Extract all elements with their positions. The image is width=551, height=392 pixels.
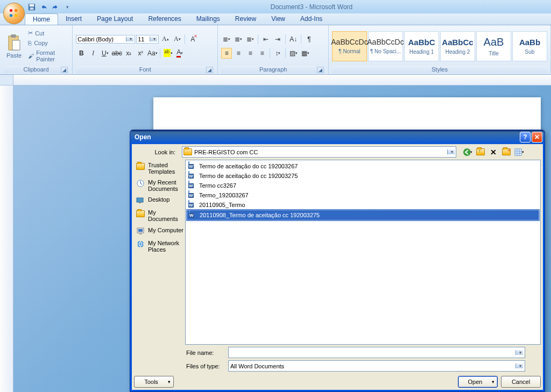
tab-references[interactable]: References <box>140 13 188 25</box>
open-button[interactable]: Open <box>458 376 498 388</box>
clipboard-launcher[interactable]: ◢ <box>61 67 68 73</box>
group-paragraph: ≣▾ ≣▾ ≣▾ ⇤ ⇥ A↓ ¶ ≡ ≡ ≡ ≡ ↕▾ ▨▾ ▦▾ <box>218 25 329 74</box>
style-label: Heading 2 <box>446 49 470 55</box>
ruler-vertical[interactable] <box>0 85 13 392</box>
borders-button[interactable]: ▦▾ <box>300 48 310 59</box>
style-label: ¶ Normal <box>338 48 360 54</box>
tab-addins[interactable]: Add-Ins <box>293 13 330 25</box>
place-item[interactable]: Desktop <box>134 194 185 207</box>
file-name-input[interactable]: ▾ <box>228 347 525 358</box>
file-name: Termo cc3267 <box>199 182 236 189</box>
grow-font-button[interactable]: A▴ <box>160 34 171 45</box>
clear-formatting-button[interactable]: A✕ <box>187 34 198 45</box>
file-row[interactable]: 20110908_Termo de aceitação cc 192003275 <box>187 210 539 220</box>
dialog-toolbar: ▾ ↑ ✕ ✦ ▾ <box>463 147 524 157</box>
superscript-button[interactable]: x² <box>135 48 146 59</box>
place-item[interactable]: My Network Places <box>134 238 185 255</box>
tab-home[interactable]: Home <box>25 13 58 25</box>
italic-button[interactable]: I <box>88 48 98 59</box>
tab-view[interactable]: View <box>264 13 293 25</box>
place-label: My Computer <box>148 227 183 233</box>
tab-review[interactable]: Review <box>228 13 264 25</box>
file-row[interactable]: 20110905_Termo <box>187 200 539 210</box>
sort-button[interactable]: A↓ <box>288 34 299 45</box>
dialog-titlebar[interactable]: Open ? ✕ <box>130 130 545 144</box>
redo-button[interactable] <box>51 2 60 12</box>
highlight-button[interactable]: ab▾ <box>163 48 173 59</box>
format-painter-button[interactable]: 🖌Format Painter <box>26 48 69 63</box>
quick-access-toolbar: ▾ <box>27 2 72 12</box>
style-item[interactable]: AaBbCcDc¶ No Spaci... <box>368 31 403 61</box>
new-folder-button[interactable]: ✦ <box>501 147 511 157</box>
font-name-combo[interactable]: Calibri (Body)▾ <box>76 35 135 44</box>
underline-button[interactable]: U▾ <box>100 48 110 59</box>
style-sample: AaBbCcDc <box>367 38 404 46</box>
style-item[interactable]: AaBbCcDc¶ Normal <box>332 31 367 61</box>
bullets-button[interactable]: ≣▾ <box>221 34 232 45</box>
paste-button[interactable]: Paste <box>3 32 25 61</box>
styles-group-label: Styles <box>432 66 448 73</box>
tab-page-layout[interactable]: Page Layout <box>89 13 140 25</box>
change-case-button[interactable]: Aa▾ <box>147 48 158 59</box>
font-size-combo[interactable]: 11▾ <box>136 35 159 44</box>
numbering-button[interactable]: ≣▾ <box>233 34 244 45</box>
strikethrough-button[interactable]: abc <box>111 48 122 59</box>
style-sample: AaBbCc <box>442 38 473 47</box>
paragraph-launcher[interactable]: ◢ <box>317 67 324 73</box>
file-row[interactable]: Termo_192003267 <box>187 190 539 200</box>
place-item[interactable]: My Documents <box>134 207 185 224</box>
office-button[interactable] <box>3 3 25 24</box>
show-marks-button[interactable]: ¶ <box>303 34 314 45</box>
place-item[interactable]: My Recent Documents <box>134 177 185 194</box>
file-type-combo[interactable]: All Word Documents▾ <box>228 360 525 372</box>
dialog-close-button[interactable]: ✕ <box>532 132 542 142</box>
align-right-button[interactable]: ≡ <box>245 48 256 59</box>
subscript-button[interactable]: x₂ <box>123 48 134 59</box>
cancel-button[interactable]: Cancel <box>501 376 541 388</box>
tab-insert[interactable]: Insert <box>58 13 89 25</box>
group-clipboard: Paste ✂Cut ⎘Copy 🖌Format Painter Clipboa… <box>0 25 73 74</box>
file-row[interactable]: Termo cc3267 <box>187 181 539 190</box>
up-one-level-button[interactable]: ↑ <box>476 147 485 157</box>
look-in-combo[interactable]: PRE-REGISTO com CC ▾ <box>182 146 456 158</box>
place-item[interactable]: Trusted Templates <box>134 160 185 177</box>
back-button[interactable]: ▾ <box>463 147 472 157</box>
multilevel-button[interactable]: ≣▾ <box>245 34 256 45</box>
justify-button[interactable]: ≡ <box>257 48 267 59</box>
qat-customize-button[interactable]: ▾ <box>62 2 72 12</box>
word-doc-icon <box>189 211 197 219</box>
style-item[interactable]: AaBTitle <box>476 31 511 61</box>
style-item[interactable]: AaBbCcHeading 2 <box>440 31 475 61</box>
line-spacing-button[interactable]: ↕▾ <box>272 48 283 59</box>
dialog-help-button[interactable]: ? <box>520 132 531 142</box>
style-item[interactable]: AaBbSub <box>512 31 547 61</box>
cut-button[interactable]: ✂Cut <box>26 28 69 38</box>
tab-mailings[interactable]: Mailings <box>189 13 228 25</box>
place-label: Trusted Templates <box>148 162 184 175</box>
file-row[interactable]: Termo de aceitação do cc 192003275 <box>187 171 539 181</box>
chevron-down-icon: ▾ <box>150 37 157 41</box>
views-button[interactable]: ▾ <box>514 147 524 157</box>
file-list[interactable]: Termo de aceitação do cc 192003267Termo … <box>185 160 541 345</box>
align-center-button[interactable]: ≡ <box>233 48 244 59</box>
increase-indent-button[interactable]: ⇥ <box>272 34 283 45</box>
undo-button[interactable] <box>39 2 48 12</box>
copy-button[interactable]: ⎘Copy <box>26 39 69 47</box>
shrink-font-button[interactable]: A▾ <box>172 34 182 45</box>
decrease-indent-button[interactable]: ⇤ <box>260 34 271 45</box>
ruler-corner[interactable] <box>0 75 13 85</box>
file-name: Termo_192003267 <box>199 192 249 198</box>
ruler-horizontal[interactable] <box>13 75 551 85</box>
tools-button[interactable]: Tools <box>134 376 174 388</box>
copy-icon: ⎘ <box>28 40 32 46</box>
delete-button[interactable]: ✕ <box>489 147 498 157</box>
save-button[interactable] <box>27 2 37 12</box>
shading-button[interactable]: ▨▾ <box>288 48 299 59</box>
place-item[interactable]: My Computer <box>134 225 185 238</box>
bold-button[interactable]: B <box>76 48 87 59</box>
font-launcher[interactable]: ◢ <box>206 67 213 73</box>
font-color-button[interactable]: A▾ <box>174 48 185 59</box>
align-left-button[interactable]: ≡ <box>221 48 232 59</box>
style-item[interactable]: AaBbCHeading 1 <box>404 31 439 61</box>
file-row[interactable]: Termo de aceitação do cc 192003267 <box>187 161 539 171</box>
